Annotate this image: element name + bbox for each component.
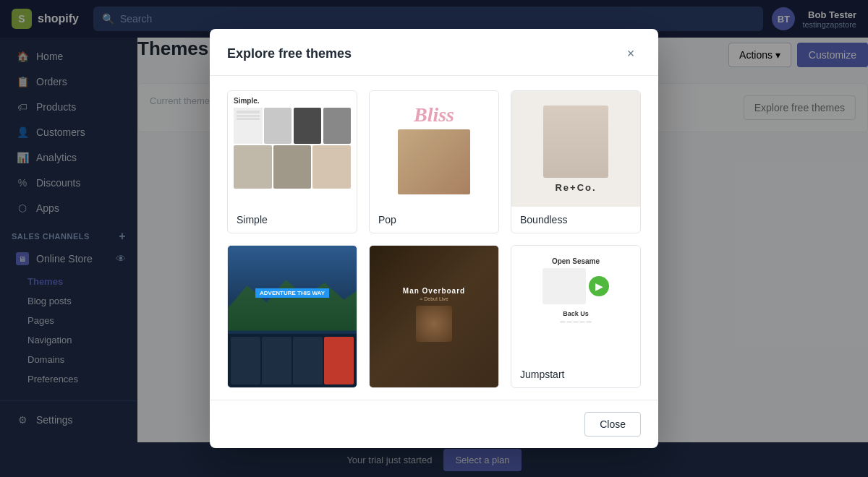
debut-preview-text: Man Overboard = Debut Live — [403, 287, 465, 346]
theme-info-jumpstart: Jumpstart — [511, 361, 640, 387]
theme-card-debut[interactable]: Man Overboard = Debut Live Debut Live — [369, 245, 499, 388]
theme-info-simple: Simple — [228, 207, 357, 233]
theme-info-pop: Pop — [370, 207, 498, 233]
theme-name-pop: Pop — [378, 214, 396, 225]
theme-card-pop[interactable]: Bliss Pop — [369, 90, 499, 233]
theme-preview-debut: Man Overboard = Debut Live — [370, 246, 498, 387]
theme-name-simple: Simple — [237, 214, 268, 225]
close-icon: × — [627, 46, 635, 61]
theme-info-debut: Debut Live — [370, 387, 498, 388]
modal-header: Explore free themes × — [210, 29, 658, 76]
theme-name-jumpstart: Jumpstart — [520, 369, 564, 380]
theme-card-venture[interactable]: ADVENTURE THIS WAY Venture — [227, 245, 357, 388]
modal-body: Simple. — [210, 76, 658, 400]
modal-overlay[interactable]: Explore free themes × Simple. — [0, 0, 868, 477]
theme-preview-pop: Bliss — [370, 91, 498, 207]
theme-preview-simple: Simple. — [228, 91, 357, 207]
theme-card-boundless[interactable]: Re+Co. Boundless — [511, 90, 641, 233]
modal-close-button[interactable]: × — [621, 43, 641, 64]
explore-themes-modal: Explore free themes × Simple. — [210, 29, 658, 448]
theme-preview-venture: ADVENTURE THIS WAY — [228, 246, 357, 387]
theme-card-simple[interactable]: Simple. — [227, 90, 357, 233]
themes-grid: Simple. — [227, 90, 641, 388]
theme-name-boundless: Boundless — [520, 214, 567, 225]
theme-card-jumpstart[interactable]: Open Sesame ▶ Back Us — — — — — Jumpstar… — [511, 245, 641, 388]
modal-footer: Close — [210, 400, 658, 448]
modal-title: Explore free themes — [227, 46, 352, 61]
theme-info-boundless: Boundless — [511, 207, 640, 233]
modal-close-footer-button[interactable]: Close — [584, 412, 641, 437]
theme-info-venture: Venture — [228, 387, 357, 388]
theme-preview-boundless: Re+Co. — [511, 91, 640, 207]
theme-preview-jumpstart: Open Sesame ▶ Back Us — — — — — — [511, 246, 640, 361]
